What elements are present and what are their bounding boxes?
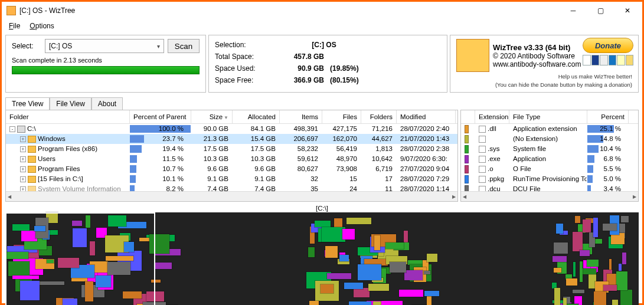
- color-swatch: [465, 145, 469, 153]
- folder-icon: [28, 146, 36, 153]
- file-icon: [479, 176, 486, 183]
- col-ext-percent[interactable]: Percent: [587, 110, 629, 123]
- folder-name: C:\: [27, 124, 36, 134]
- expand-toggle[interactable]: +: [20, 146, 26, 152]
- file-icon: [479, 126, 486, 133]
- folder-icon: [28, 136, 36, 143]
- folder-icon: [28, 176, 36, 183]
- col-extension[interactable]: Extension: [475, 110, 509, 123]
- file-icon: [479, 186, 486, 192]
- folder-name: Program Files: [38, 164, 80, 174]
- info-selection-label: Selection:: [215, 39, 271, 51]
- scan-status: Scan complete in 2.13 seconds: [12, 57, 200, 64]
- color-swatch: [465, 175, 469, 183]
- folder-name: [15 Files in C:\]: [38, 174, 83, 184]
- brand-title: WizTree v3.33 (64 bit): [493, 43, 581, 52]
- expand-toggle[interactable]: +: [20, 186, 26, 192]
- info-free-pct: (80.15%): [324, 74, 377, 86]
- info-used-value: 90.9 GB: [271, 63, 324, 74]
- extension-grid: ExtensionFile TypePercent .dll Applicati…: [460, 110, 639, 202]
- table-row[interactable]: + Program Files (x86) 19.4 % 17.5 GB 17.…: [6, 144, 457, 154]
- expand-toggle[interactable]: +: [20, 176, 26, 182]
- info-free-label: Space Free:: [215, 74, 271, 86]
- app-icon: [6, 6, 16, 15]
- folder-icon: [28, 166, 36, 173]
- color-swatch: [465, 185, 469, 192]
- minimize-button[interactable]: ─: [560, 2, 587, 19]
- info-panel: Selection:[C:] OS Total Space:457.8 GB S…: [208, 35, 447, 93]
- payment-cards: [583, 55, 633, 65]
- table-row[interactable]: .sys System file 10.4 %: [461, 144, 638, 154]
- brand-url[interactable]: www.antibody-software.com: [493, 60, 581, 68]
- col-size[interactable]: Size▼: [191, 110, 233, 123]
- info-total-pct: [324, 51, 377, 63]
- table-row[interactable]: + Users 11.5 % 10.3 GB 10.3 GB 59,612 48…: [6, 154, 457, 164]
- table-row[interactable]: .ppkg RunTime Provisioning To 5.0 %: [461, 174, 638, 184]
- color-swatch: [465, 155, 469, 163]
- branding-panel: WizTree v3.33 (64 bit) © 2020 Antibody S…: [450, 35, 639, 93]
- info-selection-value: [C:] OS: [271, 39, 377, 51]
- col-modified[interactable]: Modified: [397, 110, 456, 123]
- folder-icon: [28, 156, 36, 163]
- table-row[interactable]: - C:\ 100.0 % 90.0 GB 84.1 GB 498,391 42…: [6, 124, 457, 134]
- expand-toggle[interactable]: +: [20, 156, 26, 162]
- tab-tree-view[interactable]: Tree View: [5, 97, 50, 110]
- select-panel: Select: [C:] OS Scan Scan complete in 2.…: [5, 35, 206, 93]
- col-filetype[interactable]: File Type: [509, 110, 587, 123]
- col-percent[interactable]: Percent of Parent: [130, 110, 191, 123]
- drive-select[interactable]: [C:] OS: [45, 39, 164, 53]
- tab-file-view[interactable]: File View: [50, 97, 91, 110]
- color-swatch: [465, 165, 469, 173]
- file-icon: [479, 156, 486, 163]
- info-total-value: 457.8 GB: [271, 51, 324, 63]
- color-swatch: [465, 125, 469, 133]
- table-row[interactable]: + Program Files 10.7 % 9.6 GB 9.6 GB 80,…: [6, 164, 457, 174]
- scan-button[interactable]: Scan: [168, 39, 200, 53]
- titlebar: [C:] OS - WizTree ─ ▢ ✕: [2, 2, 642, 19]
- info-free-value: 366.9 GB: [271, 74, 324, 86]
- progress-bar: [12, 66, 200, 74]
- select-label: Select:: [12, 42, 41, 50]
- donate-button[interactable]: Donate: [583, 38, 633, 53]
- folder-icon: [17, 126, 25, 133]
- h-scrollbar[interactable]: [461, 191, 638, 201]
- col-folder[interactable]: Folder: [6, 110, 130, 123]
- menubar: File Options: [2, 19, 642, 32]
- file-icon: [479, 146, 486, 153]
- brand-icon: [456, 39, 489, 72]
- folder-name: Windows: [38, 134, 66, 144]
- h-scrollbar[interactable]: [6, 191, 457, 201]
- table-row[interactable]: + Windows 23.7 % 21.3 GB 15.4 GB 206,697…: [6, 134, 457, 144]
- info-total-label: Total Space:: [215, 51, 271, 63]
- treemap-title: [C:\]: [5, 204, 639, 212]
- donate-hint1: Help us make WizTree better!: [456, 73, 632, 80]
- treemap-canvas[interactable]: [5, 212, 639, 305]
- maximize-button[interactable]: ▢: [587, 2, 614, 19]
- table-row[interactable]: .o O File 5.5 %: [461, 164, 638, 174]
- tab-about[interactable]: About: [91, 97, 123, 110]
- col-allocated[interactable]: Allocated: [233, 110, 280, 123]
- table-row[interactable]: + [15 Files in C:\] 10.1 % 9.1 GB 9.1 GB…: [6, 174, 457, 184]
- col-color[interactable]: [461, 110, 475, 123]
- table-row[interactable]: .dcu DCU File 3.4 %: [461, 184, 638, 191]
- table-row[interactable]: .exe Application 6.8 %: [461, 154, 638, 164]
- expand-toggle[interactable]: -: [9, 126, 15, 132]
- folder-name: Program Files (x86): [38, 144, 97, 154]
- table-row[interactable]: (No Extension) 14.8 %: [461, 134, 638, 144]
- folder-name: Users: [38, 154, 55, 164]
- table-row[interactable]: + System Volume Information 8.2 % 7.4 GB…: [6, 184, 457, 191]
- window-title: [C:] OS - WizTree: [19, 6, 560, 15]
- info-used-pct: (19.85%): [324, 63, 377, 74]
- expand-toggle[interactable]: +: [20, 166, 26, 172]
- folder-icon: [28, 186, 36, 192]
- folder-tree-grid: FolderPercent of ParentSize▼AllocatedIte…: [5, 110, 458, 202]
- file-icon: [479, 166, 486, 173]
- expand-toggle[interactable]: +: [20, 136, 26, 142]
- col-items[interactable]: Items: [280, 110, 322, 123]
- table-row[interactable]: .dll Application extension 25.1 %: [461, 124, 638, 134]
- col-folders[interactable]: Folders: [361, 110, 397, 123]
- menu-options[interactable]: Options: [26, 21, 57, 31]
- menu-file[interactable]: File: [5, 21, 24, 31]
- col-files[interactable]: Files: [322, 110, 361, 123]
- close-button[interactable]: ✕: [614, 2, 641, 19]
